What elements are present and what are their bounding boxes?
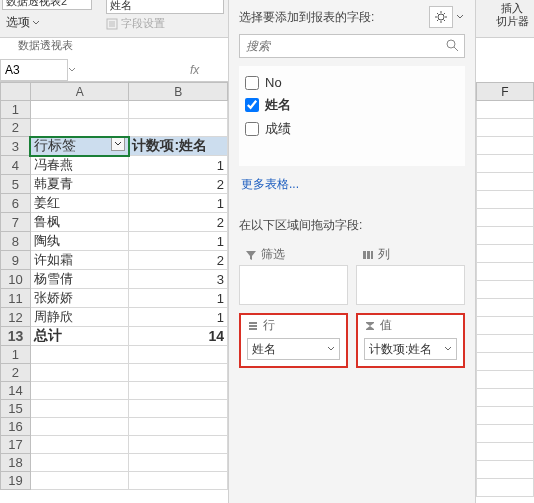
- row-header[interactable]: 4: [1, 156, 31, 175]
- row-header[interactable]: 16: [1, 418, 31, 436]
- worksheet-grid-right[interactable]: F: [476, 82, 534, 503]
- values-area[interactable]: 值 计数项:姓名: [356, 313, 465, 368]
- row-header[interactable]: 13: [1, 327, 31, 346]
- cell[interactable]: [477, 245, 534, 263]
- pivot-value-cell[interactable]: 2: [129, 213, 228, 232]
- cell[interactable]: [477, 155, 534, 173]
- row-header[interactable]: 19: [1, 472, 31, 490]
- pivot-value-cell[interactable]: 1: [129, 232, 228, 251]
- cell[interactable]: [477, 191, 534, 209]
- field-item-score[interactable]: 成绩: [243, 117, 461, 141]
- field-checkbox[interactable]: [245, 122, 259, 136]
- pivot-row-label[interactable]: 周静欣: [30, 308, 129, 327]
- field-item-name[interactable]: 姓名: [243, 93, 461, 117]
- columns-area[interactable]: 列: [356, 242, 465, 305]
- row-header[interactable]: 3: [1, 137, 31, 156]
- cell[interactable]: [477, 281, 534, 299]
- cell[interactable]: [477, 335, 534, 353]
- cell[interactable]: [477, 101, 534, 119]
- cell[interactable]: [129, 119, 228, 137]
- insert-slicer-button[interactable]: 插入 切片器: [494, 2, 530, 28]
- pivot-row-label-header[interactable]: 行标签: [30, 137, 129, 156]
- row-header[interactable]: 2: [1, 119, 31, 137]
- row-header[interactable]: 1: [1, 101, 31, 119]
- cell[interactable]: [477, 407, 534, 425]
- pivot-filter-dropdown[interactable]: [111, 137, 125, 151]
- pivot-value-cell[interactable]: 1: [129, 308, 228, 327]
- pivot-value-cell[interactable]: 1: [129, 289, 228, 308]
- field-settings-button[interactable]: 字段设置: [106, 16, 165, 31]
- row-header[interactable]: 12: [1, 308, 31, 327]
- pivot-row-label[interactable]: 张娇娇: [30, 289, 129, 308]
- cell[interactable]: [129, 418, 228, 436]
- values-field-chip[interactable]: 计数项:姓名: [364, 338, 457, 360]
- cell[interactable]: [30, 418, 129, 436]
- cell[interactable]: [477, 119, 534, 137]
- cell[interactable]: [30, 454, 129, 472]
- cell[interactable]: [129, 382, 228, 400]
- pivot-value-cell[interactable]: 2: [129, 251, 228, 270]
- pivot-value-cell[interactable]: 2: [129, 175, 228, 194]
- field-checkbox[interactable]: [245, 76, 259, 90]
- cell[interactable]: [30, 382, 129, 400]
- pivot-row-label[interactable]: 鲁枫: [30, 213, 129, 232]
- cell[interactable]: [129, 436, 228, 454]
- pivot-row-label[interactable]: 陶纨: [30, 232, 129, 251]
- cell[interactable]: [477, 389, 534, 407]
- active-field-box[interactable]: 姓名: [106, 0, 224, 14]
- chevron-down-icon[interactable]: [444, 345, 452, 353]
- col-header-b[interactable]: B: [129, 83, 228, 101]
- row-header[interactable]: 18: [1, 454, 31, 472]
- chevron-down-icon[interactable]: [327, 345, 335, 353]
- options-button[interactable]: 选项: [2, 12, 44, 33]
- field-checkbox[interactable]: [245, 98, 259, 112]
- row-header[interactable]: 8: [1, 232, 31, 251]
- cell[interactable]: [30, 472, 129, 490]
- cell[interactable]: [129, 364, 228, 382]
- cell[interactable]: [477, 299, 534, 317]
- row-header[interactable]: 9: [1, 251, 31, 270]
- row-header[interactable]: 14: [1, 382, 31, 400]
- row-header[interactable]: 7: [1, 213, 31, 232]
- name-box-dropdown[interactable]: [68, 66, 84, 74]
- row-header[interactable]: 10: [1, 270, 31, 289]
- pivot-row-label[interactable]: 许如霜: [30, 251, 129, 270]
- cell[interactable]: [129, 400, 228, 418]
- pivot-value-cell[interactable]: 3: [129, 270, 228, 289]
- cell[interactable]: [30, 400, 129, 418]
- cell[interactable]: [129, 472, 228, 490]
- row-header[interactable]: 15: [1, 400, 31, 418]
- cell[interactable]: [477, 173, 534, 191]
- cell[interactable]: [30, 364, 129, 382]
- cell[interactable]: [477, 461, 534, 479]
- cell[interactable]: [477, 443, 534, 461]
- cell[interactable]: [30, 346, 129, 364]
- row-header[interactable]: 5: [1, 175, 31, 194]
- field-item-no[interactable]: No: [243, 72, 461, 93]
- select-all-corner[interactable]: [1, 83, 31, 101]
- cell[interactable]: [477, 353, 534, 371]
- row-header[interactable]: 11: [1, 289, 31, 308]
- cell[interactable]: [30, 436, 129, 454]
- cell[interactable]: [477, 425, 534, 443]
- filter-area[interactable]: 筛选: [239, 242, 348, 305]
- pivot-value-header[interactable]: 计数项:姓名: [129, 137, 228, 156]
- cell[interactable]: [477, 317, 534, 335]
- row-header[interactable]: 1: [1, 346, 31, 364]
- pivot-row-label[interactable]: 杨雪倩: [30, 270, 129, 289]
- name-box[interactable]: [0, 59, 68, 81]
- chevron-down-icon[interactable]: [455, 6, 465, 28]
- cell[interactable]: [129, 454, 228, 472]
- row-header[interactable]: 6: [1, 194, 31, 213]
- more-tables-link[interactable]: 更多表格...: [241, 176, 299, 193]
- worksheet-grid[interactable]: A B 1 2 3 行标签 计数项:姓名 4冯春燕15韩夏青26姜红17鲁枫28…: [0, 82, 228, 503]
- formula-bar[interactable]: fx: [100, 58, 228, 82]
- cell[interactable]: [129, 346, 228, 364]
- rows-area[interactable]: 行 姓名: [239, 313, 348, 368]
- col-header-f[interactable]: F: [477, 83, 534, 101]
- cell[interactable]: [477, 137, 534, 155]
- pivot-value-cell[interactable]: 1: [129, 194, 228, 213]
- row-header[interactable]: 17: [1, 436, 31, 454]
- pivot-total-label[interactable]: 总计: [30, 327, 129, 346]
- pivot-row-label[interactable]: 冯春燕: [30, 156, 129, 175]
